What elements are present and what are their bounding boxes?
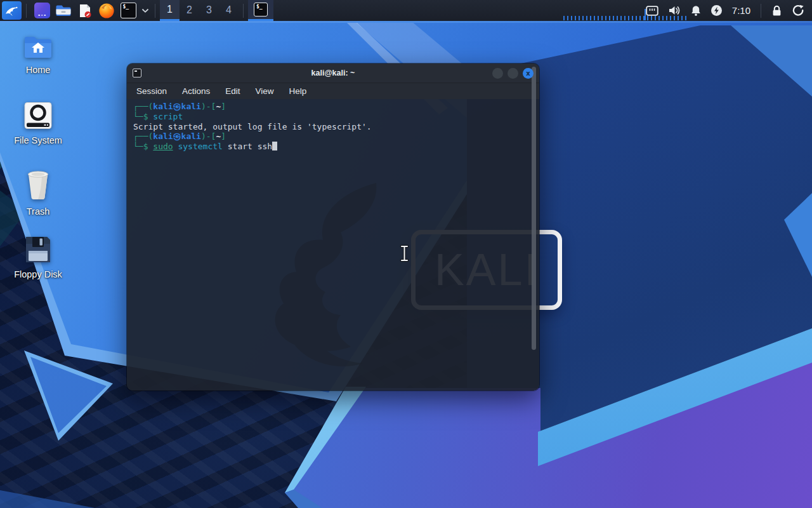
lock-icon[interactable] <box>771 4 782 17</box>
firefox-icon <box>98 3 115 19</box>
terminal-window: kali@kali: ~ x Session Actions Edit View… <box>127 64 539 391</box>
launcher-file-manager[interactable] <box>55 2 72 20</box>
close-button[interactable]: x <box>523 68 534 79</box>
terminal-output[interactable]: ┌──(kali㉿kali)-[~]└─$ scriptScript start… <box>127 99 539 391</box>
file-system-icon <box>23 102 53 130</box>
floppy-disk-icon <box>24 235 52 264</box>
workspace-3[interactable]: 3 <box>199 0 219 21</box>
desktop-icon-floppy-disk[interactable]: Floppy Disk <box>8 235 69 279</box>
minimize-button[interactable] <box>492 68 503 79</box>
window-title: kali@kali: ~ <box>127 69 539 77</box>
desktop-icon-home[interactable]: Home <box>8 34 69 75</box>
volume-icon[interactable] <box>668 5 681 16</box>
panel-separator <box>155 4 155 18</box>
terminal-line: Script started, output log file is 'type… <box>133 122 533 132</box>
app-window-icon <box>34 3 50 18</box>
panel-separator <box>26 4 27 18</box>
launcher-app-window[interactable] <box>33 2 51 20</box>
launcher-text-editor[interactable] <box>76 2 94 20</box>
menu-session[interactable]: Session <box>136 86 167 96</box>
desktop-root: KALI Home File System Trash <box>0 0 812 508</box>
terminal-line: ┌──(kali㉿kali)-[~] <box>133 131 533 142</box>
terminal-icon: $_ <box>121 3 136 18</box>
workspace-1[interactable]: 1 <box>160 0 180 21</box>
terminal-line: └─$ script <box>133 112 533 122</box>
panel-separator <box>243 4 244 18</box>
panel-separator <box>761 4 761 18</box>
power-icon[interactable] <box>710 4 723 17</box>
menu-edit[interactable]: Edit <box>225 86 240 96</box>
terminal-scrollbar[interactable] <box>532 67 536 350</box>
desktop-icon-label: Home <box>8 65 69 75</box>
chevron-down-icon[interactable] <box>141 8 149 13</box>
launcher-firefox[interactable] <box>98 2 115 20</box>
clock[interactable]: 7:10 <box>732 5 750 16</box>
workspace-2[interactable]: 2 <box>180 0 199 21</box>
home-folder-icon <box>23 34 53 60</box>
desktop-icon-label: File System <box>8 135 69 145</box>
menu-help[interactable]: Help <box>289 86 307 96</box>
menu-view[interactable]: View <box>256 86 274 96</box>
terminal-line: └─$ sudo systemctl start ssh <box>133 142 533 152</box>
file-manager-icon <box>55 4 72 17</box>
network-icon[interactable] <box>646 6 658 16</box>
desktop-icon-trash[interactable]: Trash <box>8 167 69 217</box>
terminal-line: ┌──(kali㉿kali)-[~] <box>133 102 533 112</box>
applications-menu-button[interactable] <box>2 1 22 20</box>
text-editor-icon <box>79 3 92 18</box>
wallpaper-highlight-line <box>0 21 812 23</box>
logout-icon[interactable] <box>792 4 804 17</box>
panel-activity-tick <box>645 9 646 20</box>
taskbar-window-terminal[interactable]: $_ <box>248 0 273 21</box>
maximize-button[interactable] <box>508 68 518 79</box>
menu-bar: Session Actions Edit View Help <box>127 83 539 99</box>
kali-dragon-icon <box>4 4 19 17</box>
notifications-icon[interactable] <box>691 5 701 17</box>
menu-actions[interactable]: Actions <box>182 86 210 96</box>
desktop-icon-label: Floppy Disk <box>8 269 69 279</box>
desktop-icon-file-system[interactable]: File System <box>8 102 69 145</box>
launcher-terminal[interactable]: $_ <box>119 2 137 20</box>
panel-activity-ticks <box>563 16 688 20</box>
terminal-icon: $_ <box>254 3 268 17</box>
desktop-icon-label: Trash <box>8 206 69 217</box>
titlebar[interactable]: kali@kali: ~ x <box>127 64 539 83</box>
trash-icon <box>23 167 53 201</box>
mouse-cursor <box>399 244 410 262</box>
top-panel: $_ 1 2 3 4 $_ <box>0 0 812 21</box>
workspace-4[interactable]: 4 <box>219 0 239 21</box>
